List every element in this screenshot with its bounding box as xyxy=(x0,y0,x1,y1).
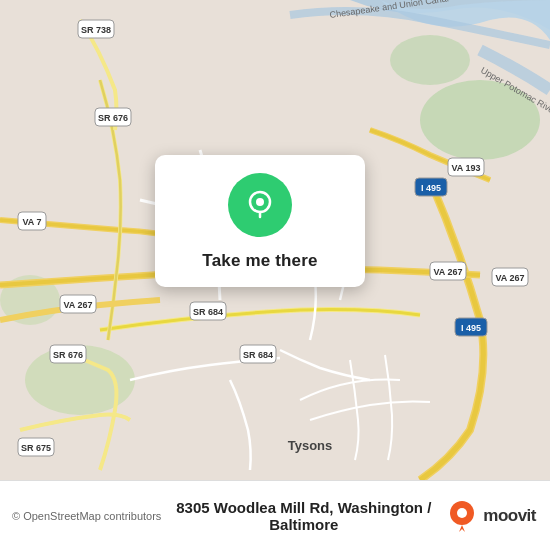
svg-text:VA 193: VA 193 xyxy=(451,163,480,173)
location-pin-icon xyxy=(242,187,278,223)
moovit-logo: moovit xyxy=(446,500,536,532)
svg-text:VA 267: VA 267 xyxy=(495,273,524,283)
svg-text:VA 267: VA 267 xyxy=(433,267,462,277)
svg-text:I 495: I 495 xyxy=(421,183,441,193)
map-container: SR 738 VA 7 SR 676 SR 676 SR 675 VA 267 … xyxy=(0,0,550,480)
svg-text:VA 7: VA 7 xyxy=(22,217,41,227)
svg-text:VA 267: VA 267 xyxy=(63,300,92,310)
svg-text:SR 684: SR 684 xyxy=(193,307,223,317)
moovit-icon xyxy=(446,500,478,532)
svg-text:I 495: I 495 xyxy=(461,323,481,333)
pin-circle xyxy=(228,173,292,237)
take-me-there-button[interactable]: Take me there xyxy=(202,251,317,271)
svg-point-4 xyxy=(390,35,470,85)
moovit-label: moovit xyxy=(483,506,536,526)
copyright-text: © OpenStreetMap contributors xyxy=(12,510,161,522)
svg-text:SR 738: SR 738 xyxy=(81,25,111,35)
svg-text:SR 684: SR 684 xyxy=(243,350,273,360)
address-text: 8305 Woodlea Mill Rd, Washington / Balti… xyxy=(169,499,438,533)
svg-point-39 xyxy=(457,508,467,518)
bottom-bar: © OpenStreetMap contributors 8305 Woodle… xyxy=(0,480,550,550)
svg-text:SR 676: SR 676 xyxy=(53,350,83,360)
svg-point-37 xyxy=(256,198,264,206)
svg-text:Tysons: Tysons xyxy=(288,438,333,453)
svg-text:SR 675: SR 675 xyxy=(21,443,51,453)
svg-text:SR 676: SR 676 xyxy=(98,113,128,123)
location-card: Take me there xyxy=(155,155,365,287)
